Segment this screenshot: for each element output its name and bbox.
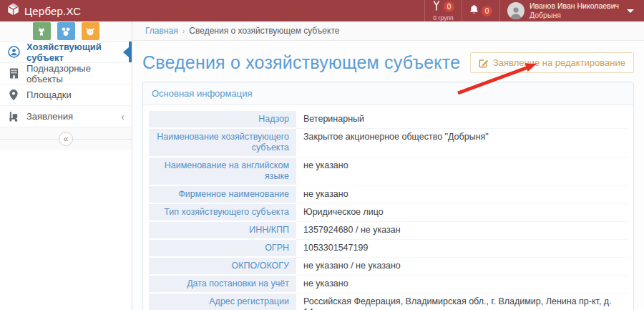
row-value: не указано bbox=[296, 157, 628, 185]
row-label: ОГРН bbox=[149, 239, 296, 257]
row-label: Адрес регистрации bbox=[149, 293, 296, 310]
handtruck-icon bbox=[7, 111, 20, 122]
pencil-square-icon bbox=[479, 58, 489, 68]
row-value: не указано / не указано bbox=[296, 257, 628, 275]
app-logo[interactable]: Цербер.ХС bbox=[0, 0, 132, 21]
table-row: ОГРН1053301547199 bbox=[149, 239, 628, 257]
table-row: Наименование хозяйствующего субъектаЗакр… bbox=[149, 128, 628, 157]
sidebar-item-label: Площадки bbox=[26, 89, 72, 100]
row-label: Тип хозяйствующего субъекта bbox=[149, 203, 296, 221]
caret-down-icon bbox=[627, 9, 634, 13]
sidebar-item-supervised-objects[interactable]: Поднадзорные объекты bbox=[0, 63, 132, 84]
row-value: Российская Федерация, Владимирская обл.,… bbox=[296, 293, 628, 310]
edit-application-button[interactable]: Заявление на редактирование bbox=[470, 52, 634, 73]
paw-icon[interactable] bbox=[57, 22, 75, 40]
main-area: Главная › Сведения о хозяйствующем субъе… bbox=[132, 21, 644, 310]
topbar: Цербер.ХС 0 0 групп 0 bbox=[0, 0, 644, 21]
table-row: Дата постановки на учётне указано bbox=[149, 275, 628, 293]
sidebar-item-label: Поднадзорные объекты bbox=[26, 63, 125, 84]
table-row: Наименование на английском языкене указа… bbox=[149, 157, 628, 185]
row-value: Юридическое лицо bbox=[296, 203, 628, 221]
edit-button-label: Заявление на редактирование bbox=[493, 57, 625, 68]
row-value: Ветеринарный bbox=[296, 111, 628, 128]
row-value: не указано bbox=[296, 185, 628, 203]
groups-count-badge: 0 bbox=[444, 1, 454, 12]
row-label: ИНН/КПП bbox=[149, 221, 296, 239]
row-value: 1357924680 / не указан bbox=[296, 221, 628, 239]
person-circle-icon bbox=[7, 46, 20, 58]
sidebar-item-sites[interactable]: Площадки bbox=[0, 84, 132, 106]
bell-icon bbox=[469, 4, 479, 17]
table-row: ОКПО/ОКОГУне указано / не указано bbox=[149, 257, 628, 275]
notifications-menu[interactable]: 0 bbox=[462, 0, 499, 21]
page-header: Сведения о хозяйствующем субъекте Заявле… bbox=[142, 52, 634, 73]
sidebar-item-business-entity[interactable]: Хозяйствующий субъект bbox=[0, 42, 132, 63]
info-table: НадзорВетеринарныйНаименование хозяйству… bbox=[149, 111, 628, 310]
content: Сведения о хозяйствующем субъекте Заявле… bbox=[132, 52, 644, 310]
user-name: Иванов Иван Николаевич bbox=[530, 1, 619, 11]
groups-menu[interactable]: 0 0 групп bbox=[424, 0, 462, 21]
row-label: Наименование на английском языке bbox=[149, 157, 296, 185]
sidebar-collapse-row: « bbox=[0, 127, 132, 150]
breadcrumb: Главная › Сведения о хозяйствующем субъе… bbox=[132, 21, 644, 41]
row-value: не указано bbox=[296, 275, 628, 293]
row-value: 1053301547199 bbox=[296, 239, 628, 257]
sidebar: Хозяйствующий субъект Поднадзорные объек… bbox=[0, 21, 132, 310]
row-label: Дата постановки на учёт bbox=[149, 275, 296, 293]
info-table-body: НадзорВетеринарныйНаименование хозяйству… bbox=[149, 111, 628, 310]
table-row: Тип хозяйствующего субъектаЮридическое л… bbox=[149, 203, 628, 221]
species-strip bbox=[0, 21, 132, 42]
sidebar-item-label: Хозяйствующий субъект bbox=[26, 42, 125, 63]
notifications-count-badge: 0 bbox=[482, 6, 492, 16]
chevron-left-icon: ‹ bbox=[121, 111, 125, 122]
row-value: Закрытое акционерное общество "Добрыня" bbox=[296, 128, 628, 157]
avatar-person-icon bbox=[507, 2, 525, 19]
breadcrumb-current: Сведения о хозяйствующем субъекте bbox=[189, 26, 339, 36]
cube-icon bbox=[7, 3, 19, 19]
sidebar-item-label: Заявления bbox=[26, 111, 73, 122]
sidebar-collapse-button[interactable]: « bbox=[59, 132, 73, 146]
main-info-panel: Основная информация НадзорВетеринарныйНа… bbox=[142, 82, 634, 310]
row-label: Надзор bbox=[149, 111, 296, 128]
breadcrumb-separator: › bbox=[182, 26, 185, 35]
panel-title: Основная информация bbox=[143, 82, 633, 105]
groups-caption: 0 групп bbox=[433, 14, 453, 21]
map-marker-icon bbox=[7, 89, 20, 100]
table-row: Фирменное наименованиене указано bbox=[149, 185, 628, 203]
user-org: Добрыня bbox=[530, 11, 619, 20]
user-menu[interactable]: Иванов Иван Николаевич Добрыня bbox=[499, 0, 644, 21]
pig-icon[interactable] bbox=[82, 22, 99, 40]
building-icon bbox=[7, 68, 20, 79]
table-row: НадзорВетеринарный bbox=[149, 111, 628, 128]
app-title: Цербер.ХС bbox=[24, 5, 81, 17]
table-row: Адрес регистрацииРоссийская Федерация, В… bbox=[149, 293, 628, 310]
fork-icon bbox=[432, 1, 441, 14]
panel-body: НадзорВетеринарныйНаименование хозяйству… bbox=[143, 105, 633, 310]
topbar-spacer bbox=[132, 0, 424, 21]
page-title: Сведения о хозяйствующем субъекте bbox=[142, 52, 460, 73]
breadcrumb-home-link[interactable]: Главная bbox=[145, 26, 178, 36]
row-label: Наименование хозяйствующего субъекта bbox=[149, 128, 296, 157]
sidebar-item-applications[interactable]: Заявления ‹ bbox=[0, 106, 132, 127]
row-label: ОКПО/ОКОГУ bbox=[149, 257, 296, 275]
elk-icon[interactable] bbox=[33, 22, 51, 40]
row-label: Фирменное наименование bbox=[149, 185, 296, 203]
table-row: ИНН/КПП1357924680 / не указан bbox=[149, 221, 628, 239]
